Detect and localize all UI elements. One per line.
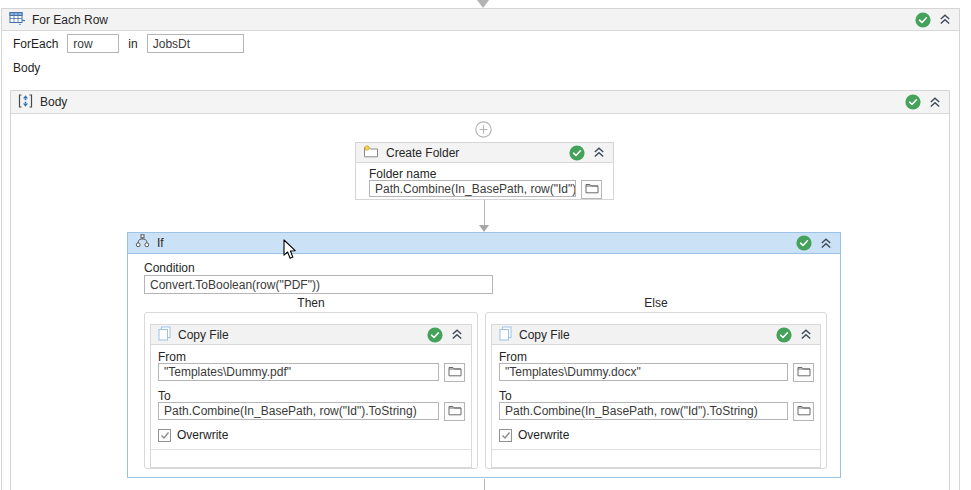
from-row: "Templates\Dummy.docx" bbox=[499, 363, 814, 382]
valid-status-icon bbox=[796, 235, 812, 251]
body-sequence-header[interactable]: Body bbox=[11, 91, 949, 114]
from-row: "Templates\Dummy.pdf" bbox=[158, 363, 465, 382]
if-header[interactable]: If bbox=[128, 233, 840, 254]
overwrite-label: Overwrite bbox=[518, 428, 569, 442]
valid-status-icon bbox=[427, 327, 443, 343]
activity-copy-file-then[interactable]: Copy File From "Templates\Dummy.pdf" bbox=[150, 324, 472, 468]
body-section-label: Body bbox=[13, 61, 40, 75]
foreach-expression-row: ForEach row in JobsDt bbox=[13, 34, 244, 53]
browse-file-button[interactable] bbox=[444, 363, 465, 382]
browse-file-button[interactable] bbox=[793, 402, 814, 421]
overwrite-checkbox[interactable] bbox=[158, 429, 171, 442]
from-label: From bbox=[499, 350, 527, 364]
mouse-cursor bbox=[283, 239, 297, 263]
collapse-chevron-icon[interactable] bbox=[938, 13, 952, 27]
copy-file-header[interactable]: Copy File bbox=[151, 325, 471, 345]
to-row: Path.Combine(In_BasePath, row("Id").ToSt… bbox=[158, 402, 465, 421]
for-each-row-icon bbox=[9, 11, 25, 28]
if-branch-icon bbox=[135, 234, 150, 252]
to-input[interactable]: Path.Combine(In_BasePath, row("Id").ToSt… bbox=[499, 402, 788, 420]
overwrite-label: Overwrite bbox=[177, 428, 228, 442]
from-label: From bbox=[158, 350, 186, 364]
then-drop-zone[interactable]: Copy File From "Templates\Dummy.pdf" bbox=[144, 312, 478, 469]
folder-name-row: Path.Combine(In_BasePath, row("Id").ToSt… bbox=[369, 180, 602, 199]
condition-label: Condition bbox=[144, 261, 195, 275]
else-drop-zone[interactable]: Copy File From "Templates\Dummy.docx" bbox=[485, 312, 827, 469]
browse-file-button[interactable] bbox=[444, 402, 465, 421]
valid-status-icon bbox=[776, 327, 792, 343]
copy-file-icon bbox=[158, 326, 171, 344]
sequence-icon bbox=[18, 94, 33, 111]
activity-title: Create Folder bbox=[386, 146, 459, 160]
activity-body-sequence[interactable]: Body bbox=[10, 90, 950, 490]
from-input[interactable]: "Templates\Dummy.docx" bbox=[499, 363, 788, 381]
folder-icon bbox=[448, 404, 462, 419]
card-divider bbox=[151, 449, 471, 450]
copy-file-icon bbox=[499, 326, 512, 344]
connector-arrow-top bbox=[477, 0, 489, 8]
activity-title: Copy File bbox=[519, 328, 570, 342]
connector-line bbox=[484, 479, 485, 490]
activity-title: Body bbox=[40, 95, 67, 109]
activity-title: If bbox=[157, 236, 164, 250]
connector-line bbox=[484, 200, 485, 226]
folder-icon bbox=[448, 365, 462, 380]
folder-name-label: Folder name bbox=[369, 167, 436, 181]
copy-file-header[interactable]: Copy File bbox=[492, 325, 820, 345]
condition-input[interactable]: Convert.ToBoolean(row("PDF")) bbox=[144, 275, 493, 294]
folder-name-input[interactable]: Path.Combine(In_BasePath, row("Id").ToSt… bbox=[369, 180, 576, 197]
folder-icon bbox=[585, 182, 599, 197]
overwrite-checkbox[interactable] bbox=[499, 429, 512, 442]
activity-if[interactable]: If Condition Convert.ToBoolean(row("PDF"… bbox=[127, 232, 841, 478]
browse-folder-button[interactable] bbox=[581, 180, 602, 199]
to-input[interactable]: Path.Combine(In_BasePath, row("Id").ToSt… bbox=[158, 402, 439, 420]
for-each-row-header[interactable]: For Each Row bbox=[2, 9, 959, 31]
valid-status-icon bbox=[569, 145, 585, 161]
collapse-chevron-icon[interactable] bbox=[799, 328, 813, 342]
activity-copy-file-else[interactable]: Copy File From "Templates\Dummy.docx" bbox=[491, 324, 821, 468]
activity-create-folder[interactable]: Create Folder Folder name Path.Combine(I… bbox=[355, 142, 614, 200]
from-input[interactable]: "Templates\Dummy.pdf" bbox=[158, 363, 439, 381]
to-row: Path.Combine(In_BasePath, row("Id").ToSt… bbox=[499, 402, 814, 421]
create-folder-icon bbox=[363, 145, 379, 161]
collapse-chevron-icon[interactable] bbox=[592, 146, 606, 160]
activity-for-each-row[interactable]: For Each Row ForEach row in JobsDt Body bbox=[1, 8, 960, 490]
valid-status-icon bbox=[915, 12, 931, 28]
then-branch-label: Then bbox=[144, 296, 478, 310]
overwrite-row: Overwrite bbox=[158, 428, 228, 442]
overwrite-row: Overwrite bbox=[499, 428, 569, 442]
collapse-chevron-icon[interactable] bbox=[450, 328, 464, 342]
activity-title: For Each Row bbox=[32, 13, 108, 27]
foreach-collection-input[interactable]: JobsDt bbox=[147, 34, 244, 53]
to-label: To bbox=[158, 389, 171, 403]
add-activity-button[interactable] bbox=[475, 121, 492, 138]
activity-title: Copy File bbox=[178, 328, 229, 342]
foreach-variable-input[interactable]: row bbox=[67, 34, 119, 53]
collapse-chevron-icon[interactable] bbox=[928, 95, 942, 109]
else-branch-label: Else bbox=[485, 296, 827, 310]
foreach-label: ForEach bbox=[13, 37, 58, 51]
folder-icon bbox=[797, 404, 811, 419]
card-divider bbox=[492, 449, 820, 450]
in-label: in bbox=[128, 37, 137, 51]
create-folder-header[interactable]: Create Folder bbox=[356, 143, 613, 163]
connector-arrow bbox=[479, 225, 489, 232]
collapse-chevron-icon[interactable] bbox=[819, 236, 833, 250]
to-label: To bbox=[499, 389, 512, 403]
valid-status-icon bbox=[905, 94, 921, 110]
folder-icon bbox=[797, 365, 811, 380]
workflow-canvas: For Each Row ForEach row in JobsDt Body bbox=[0, 0, 971, 490]
browse-file-button[interactable] bbox=[793, 363, 814, 382]
